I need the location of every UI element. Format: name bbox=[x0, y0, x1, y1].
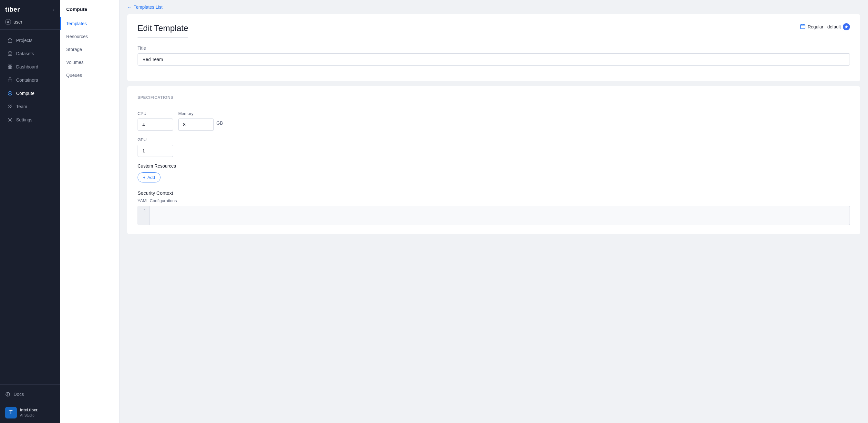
gpu-group: GPU bbox=[137, 137, 173, 157]
gpu-input[interactable] bbox=[137, 145, 173, 157]
app-name: tiber bbox=[5, 6, 20, 13]
yaml-editor[interactable]: 1 bbox=[137, 206, 850, 225]
settings-icon bbox=[7, 117, 13, 123]
svg-point-8 bbox=[9, 105, 10, 106]
projects-icon bbox=[7, 37, 13, 43]
sidebar-item-label: Datasets bbox=[16, 51, 34, 56]
title-form-group: Title bbox=[137, 46, 850, 65]
sub-nav-item-resources[interactable]: Resources bbox=[60, 30, 119, 43]
title-label: Title bbox=[137, 46, 850, 51]
regular-label: Regular bbox=[808, 24, 824, 29]
svg-rect-6 bbox=[10, 67, 12, 69]
kubernetes-icon bbox=[843, 23, 850, 30]
sidebar-item-containers[interactable]: Containers bbox=[2, 73, 58, 87]
svg-point-0 bbox=[7, 21, 9, 22]
add-button[interactable]: + Add bbox=[137, 173, 160, 182]
containers-icon bbox=[7, 77, 13, 83]
memory-group: Memory GB bbox=[178, 111, 223, 131]
sidebar-item-projects[interactable]: Projects bbox=[2, 34, 58, 47]
dashboard-icon bbox=[7, 64, 13, 70]
svg-marker-1 bbox=[8, 38, 12, 42]
specs-card: SPECIFICATIONS CPU Memory GB GPU Custom … bbox=[127, 86, 860, 234]
brand-text: intel.tiber. AI Studio bbox=[20, 407, 38, 418]
badge-regular: Regular bbox=[800, 24, 824, 30]
yaml-line-numbers: 1 bbox=[138, 206, 150, 225]
sub-nav-item-queues[interactable]: Queues bbox=[60, 69, 119, 82]
back-button[interactable]: ← Templates List bbox=[127, 4, 162, 10]
gpu-label: GPU bbox=[137, 137, 173, 142]
memory-input[interactable] bbox=[178, 119, 214, 131]
brand-footer: T intel.tiber. AI Studio bbox=[5, 402, 55, 419]
plus-icon: + bbox=[143, 175, 146, 180]
svg-point-9 bbox=[11, 105, 12, 106]
specs-section-label: SPECIFICATIONS bbox=[137, 95, 850, 103]
add-label: Add bbox=[148, 175, 155, 180]
breadcrumb: ← Templates List bbox=[120, 0, 868, 14]
title-card: Edit Template Regular default Title bbox=[127, 14, 860, 81]
custom-resources-label: Custom Resources bbox=[137, 163, 850, 169]
svg-rect-12 bbox=[801, 25, 805, 29]
sidebar-header: tiber ‹ bbox=[0, 0, 60, 17]
main-nav: Projects Datasets Dashboard Containers C… bbox=[0, 30, 60, 384]
svg-point-10 bbox=[9, 119, 11, 121]
sidebar-item-label: Containers bbox=[16, 78, 38, 83]
user-section[interactable]: user bbox=[0, 17, 60, 30]
sidebar-item-label: Team bbox=[16, 104, 27, 109]
memory-label: Memory bbox=[178, 111, 223, 116]
datasets-icon bbox=[7, 51, 13, 57]
breadcrumb-link: Templates List bbox=[134, 4, 162, 10]
svg-rect-5 bbox=[8, 67, 10, 69]
brand-icon: T bbox=[5, 407, 17, 419]
card-header: Edit Template Regular default bbox=[137, 23, 850, 46]
cpu-group: CPU bbox=[137, 111, 173, 131]
gpu-row: GPU bbox=[137, 137, 850, 157]
security-context-label: Security Context bbox=[137, 190, 850, 196]
yaml-label: YAML Configurations bbox=[137, 198, 850, 203]
docs-link[interactable]: Docs bbox=[5, 389, 55, 399]
main-content: ← Templates List Edit Template Regular d… bbox=[120, 0, 868, 423]
sidebar-item-label: Compute bbox=[16, 91, 35, 96]
sidebar-item-label: Dashboard bbox=[16, 64, 38, 69]
title-input[interactable] bbox=[137, 53, 850, 65]
user-label: user bbox=[13, 19, 22, 25]
yaml-content[interactable] bbox=[150, 206, 849, 225]
sidebar-item-label: Settings bbox=[16, 117, 33, 122]
svg-rect-4 bbox=[10, 65, 12, 66]
svg-rect-7 bbox=[8, 79, 12, 82]
sidebar: tiber ‹ user Projects Datasets Dashboard bbox=[0, 0, 60, 423]
sidebar-item-label: Projects bbox=[16, 38, 33, 43]
calendar-icon bbox=[800, 24, 806, 30]
collapse-button[interactable]: ‹ bbox=[53, 7, 55, 12]
memory-unit: GB bbox=[216, 120, 223, 129]
user-avatar bbox=[5, 19, 11, 25]
cpu-input[interactable] bbox=[137, 119, 173, 131]
default-label: default bbox=[827, 24, 841, 29]
svg-rect-3 bbox=[8, 65, 10, 66]
sidebar-item-compute[interactable]: Compute bbox=[2, 87, 58, 100]
sidebar-footer: Docs T intel.tiber. AI Studio bbox=[0, 384, 60, 423]
sidebar-item-settings[interactable]: Settings bbox=[2, 113, 58, 126]
back-arrow-icon: ← bbox=[127, 4, 132, 10]
sub-nav-title: Compute bbox=[60, 0, 119, 17]
cpu-memory-row: CPU Memory GB bbox=[137, 111, 850, 131]
sub-nav-item-templates[interactable]: Templates bbox=[60, 17, 119, 30]
docs-label: Docs bbox=[13, 392, 24, 397]
sidebar-item-dashboard[interactable]: Dashboard bbox=[2, 60, 58, 73]
sub-nav: Compute Templates Resources Storage Volu… bbox=[60, 0, 120, 423]
team-icon bbox=[7, 104, 13, 110]
sub-nav-item-volumes[interactable]: Volumes bbox=[60, 56, 119, 69]
svg-point-2 bbox=[8, 52, 12, 53]
compute-icon bbox=[7, 90, 13, 96]
sub-nav-item-storage[interactable]: Storage bbox=[60, 43, 119, 56]
sidebar-item-team[interactable]: Team bbox=[2, 100, 58, 113]
badge-default: default bbox=[827, 23, 850, 30]
cpu-label: CPU bbox=[137, 111, 173, 116]
page-title: Edit Template bbox=[137, 23, 188, 38]
template-badges: Regular default bbox=[800, 23, 850, 30]
sidebar-item-datasets[interactable]: Datasets bbox=[2, 47, 58, 60]
